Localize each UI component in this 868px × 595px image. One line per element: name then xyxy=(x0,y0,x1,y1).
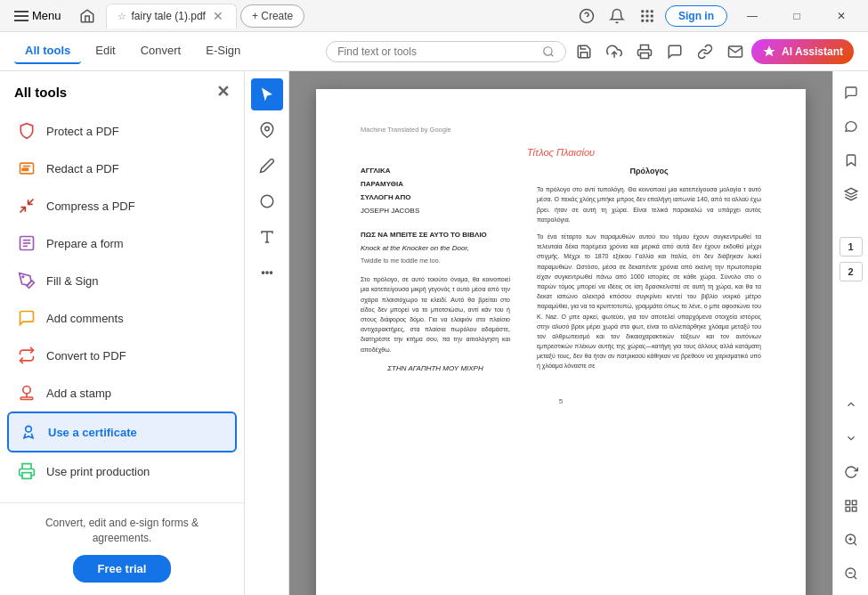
sidebar: All tools ✕ Protect a PDF xyxy=(0,71,245,595)
tab-convert[interactable]: Convert xyxy=(130,38,192,64)
pdf-viewer[interactable]: Machine Translated by Google Τίτλος Πλαι… xyxy=(289,71,832,595)
select-tool-button[interactable] xyxy=(251,78,283,110)
maximize-button[interactable]: □ xyxy=(777,0,816,32)
close-button[interactable]: ✕ xyxy=(822,0,861,32)
pdf-machine-translated: Machine Translated by Google xyxy=(361,125,761,134)
help-button[interactable] xyxy=(574,4,599,29)
pencil-tool-button[interactable] xyxy=(251,150,283,182)
sidebar-close-button[interactable]: ✕ xyxy=(216,82,230,102)
svg-point-30 xyxy=(261,195,273,208)
tab-edit[interactable]: Edit xyxy=(85,38,126,64)
tab-all-tools[interactable]: All tools xyxy=(14,38,81,64)
pin-tool-button[interactable] xyxy=(251,114,283,146)
sidebar-item-stamp[interactable]: Add a stamp xyxy=(7,374,237,412)
pdf-tab[interactable]: ☆ fairy tale (1).pdf ✕ xyxy=(106,4,237,29)
ai-assistant-button[interactable]: AI Assistant xyxy=(751,39,854,64)
svg-rect-9 xyxy=(651,19,653,21)
search-bar[interactable] xyxy=(326,41,566,62)
svg-rect-3 xyxy=(651,10,653,12)
minimize-button[interactable]: — xyxy=(733,0,772,32)
comment-icon xyxy=(16,307,37,329)
tab-close-button[interactable]: ✕ xyxy=(211,9,225,23)
svg-line-44 xyxy=(854,576,856,579)
sidebar-item-label: Compress a PDF xyxy=(46,200,135,213)
shield-icon xyxy=(16,120,37,142)
tab-star: ☆ xyxy=(118,11,126,22)
sidebar-item-add-comments[interactable]: Add comments xyxy=(7,299,237,337)
menu-label: Menu xyxy=(32,9,61,22)
toolbar-icons: AI Assistant xyxy=(570,37,854,66)
sidebar-item-prepare-form[interactable]: Prepare a form xyxy=(7,224,237,262)
pdf-body-text-2: Το πρόλογο στο αντί τυπολόγη. Θα κοινοπο… xyxy=(537,184,761,224)
titlebar: Menu ☆ fairy tale (1).pdf ✕ + Create xyxy=(0,0,868,32)
svg-rect-4 xyxy=(641,14,644,17)
svg-rect-5 xyxy=(646,14,649,17)
cloud-upload-button[interactable] xyxy=(600,37,629,66)
layers-button[interactable] xyxy=(837,180,865,208)
home-button[interactable] xyxy=(74,3,101,29)
sign-in-button[interactable]: Sign in xyxy=(665,5,727,27)
svg-rect-6 xyxy=(651,14,653,17)
sidebar-item-certificate[interactable]: Use a certificate xyxy=(7,412,237,452)
svg-rect-37 xyxy=(846,507,850,511)
comment-panel-button[interactable] xyxy=(837,78,865,107)
pdf-page: Machine Translated by Google Τίτλος Πλαι… xyxy=(316,89,806,595)
refresh-button[interactable] xyxy=(837,458,865,486)
sidebar-title: All tools xyxy=(14,85,67,100)
pdf-label-paramythia: ΠΑΡΑΜΥΘΙΑ xyxy=(361,179,510,190)
svg-point-10 xyxy=(544,46,552,54)
svg-point-24 xyxy=(26,426,32,432)
sidebar-item-redact[interactable]: Redact a PDF xyxy=(7,150,237,187)
zoom-in-button[interactable] xyxy=(837,526,865,554)
svg-rect-2 xyxy=(646,10,649,12)
speech-button[interactable] xyxy=(661,37,689,66)
circle-icon xyxy=(259,193,275,209)
comment-panel-icon xyxy=(844,86,858,100)
tab-title: fairy tale (1).pdf xyxy=(132,10,206,22)
zoom-out-button[interactable] xyxy=(837,559,865,588)
email-button[interactable] xyxy=(721,37,750,66)
svg-point-21 xyxy=(23,387,30,394)
sidebar-item-convert[interactable]: Convert to PDF xyxy=(7,337,237,374)
tab-esign[interactable]: E-Sign xyxy=(195,38,251,64)
bookmark-button[interactable] xyxy=(837,146,865,175)
sidebar-item-compress[interactable]: Compress a PDF xyxy=(7,187,237,224)
link-button[interactable] xyxy=(691,37,719,66)
sidebar-footer: Convert, edit and e-sign forms & agreeme… xyxy=(0,502,244,595)
chat-button[interactable] xyxy=(837,112,865,141)
sign-icon xyxy=(16,270,37,291)
text-tool-button[interactable] xyxy=(251,221,283,253)
pdf-label-syllogi: ΣΥΛΛΟΓΗ ΑΠΟ xyxy=(361,192,510,203)
create-button[interactable]: + Create xyxy=(240,4,304,28)
svg-rect-35 xyxy=(846,501,850,505)
notifications-button[interactable] xyxy=(604,4,629,29)
pencil-icon xyxy=(259,158,275,174)
more-tools-icon xyxy=(259,265,275,281)
scroll-up-button[interactable] xyxy=(837,390,865,419)
hamburger-icon xyxy=(14,11,28,21)
pdf-body-text-3: Το ένα τέταρτο των παραμυθιών αυτού του … xyxy=(537,232,761,371)
pdf-title-greek: Τίτλος Πλαισίου xyxy=(361,145,761,160)
sidebar-item-fill-sign[interactable]: Fill & Sign xyxy=(7,262,237,299)
scan-button[interactable] xyxy=(837,492,865,520)
search-input[interactable] xyxy=(337,45,537,58)
scroll-down-button[interactable] xyxy=(837,424,865,452)
extra-tool-button[interactable] xyxy=(251,257,283,289)
print-button[interactable] xyxy=(630,37,659,66)
svg-point-33 xyxy=(270,272,272,273)
chevron-down-icon xyxy=(845,432,857,444)
shape-tool-button[interactable] xyxy=(251,185,283,217)
menu-button[interactable]: Menu xyxy=(7,5,69,26)
svg-rect-36 xyxy=(852,501,856,505)
svg-rect-7 xyxy=(641,19,644,21)
apps-button[interactable] xyxy=(635,4,660,29)
sidebar-item-protect[interactable]: Protect a PDF xyxy=(7,112,237,150)
sidebar-item-measure[interactable]: Measure objects xyxy=(7,490,237,502)
sidebar-item-label: Fill & Sign xyxy=(46,274,99,288)
compress-icon xyxy=(16,195,37,216)
right-panel: 1 2 xyxy=(832,71,868,595)
free-trial-button[interactable]: Free trial xyxy=(73,555,172,583)
svg-point-31 xyxy=(265,272,267,273)
sidebar-item-print-production[interactable]: Use print production xyxy=(7,452,237,490)
save-button[interactable] xyxy=(570,37,598,66)
